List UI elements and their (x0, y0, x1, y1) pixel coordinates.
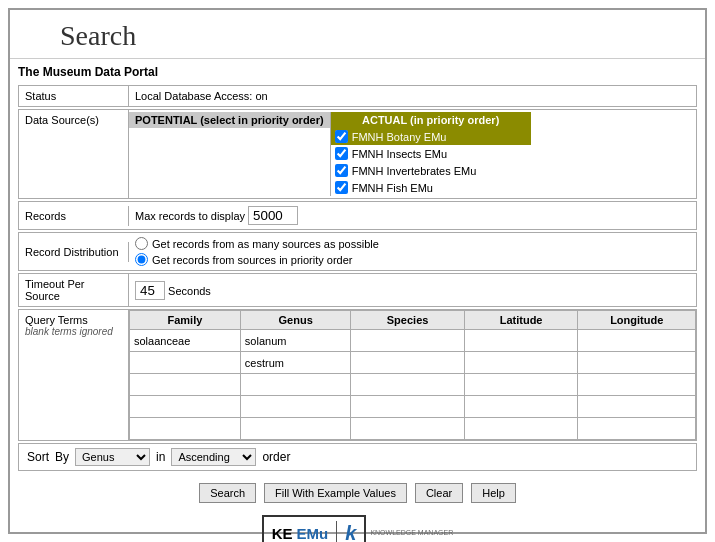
row1-longitude[interactable] (582, 335, 691, 347)
row3-species[interactable] (355, 379, 459, 391)
invertebrates-label: FMNH Invertebrates EMu (352, 165, 477, 177)
sort-field-select[interactable]: Family Genus Species Latitude Longitude (75, 448, 150, 466)
fill-button[interactable]: Fill With Example Values (264, 483, 407, 503)
record-distribution-label: Record Distribution (19, 242, 129, 262)
title-area: Search (10, 10, 705, 59)
row1-latitude[interactable] (469, 335, 574, 347)
datasource-item-insects[interactable]: FMNH Insects EMu (331, 145, 531, 162)
actual-box: ACTUAL (in priority order) FMNH Botany E… (331, 112, 531, 196)
portal-label: The Museum Data Portal (18, 65, 697, 79)
sort-by-label: By (55, 450, 69, 464)
row2-species[interactable] (355, 357, 459, 369)
page-title: Search (60, 20, 685, 52)
sort-in-label: in (156, 450, 165, 464)
sort-order-select[interactable]: Ascending Descending (171, 448, 256, 466)
records-label: Records (19, 206, 129, 226)
records-value: Max records to display (129, 202, 696, 229)
row1-genus[interactable] (245, 335, 347, 347)
footer-logo: KE EMu k KNOWLEDGE MANAGER (18, 515, 697, 542)
records-description: Max records to display (135, 210, 245, 222)
col-longitude: Longitude (578, 311, 696, 330)
actual-header: ACTUAL (in priority order) (331, 112, 531, 128)
row4-latitude[interactable] (469, 401, 574, 413)
datasource-item-botany[interactable]: FMNH Botany EMu (331, 128, 531, 145)
status-row: Status Local Database Access: on (18, 85, 697, 107)
row4-family[interactable] (134, 401, 236, 413)
table-row (130, 330, 696, 352)
col-species: Species (351, 311, 464, 330)
timeout-label: Timeout Per Source (19, 274, 129, 306)
timeout-input[interactable] (135, 281, 165, 300)
row4-genus[interactable] (245, 401, 347, 413)
radio-many-sources[interactable]: Get records from as many sources as poss… (135, 237, 690, 250)
radio-many-label: Get records from as many sources as poss… (152, 238, 379, 250)
logo-emu: EMu (297, 525, 329, 542)
checkbox-invertebrates[interactable] (335, 164, 348, 177)
row3-genus[interactable] (245, 379, 347, 391)
col-latitude: Latitude (464, 311, 578, 330)
clear-button[interactable]: Clear (415, 483, 463, 503)
datasource-item-invertebrates[interactable]: FMNH Invertebrates EMu (331, 162, 531, 179)
search-button[interactable]: Search (199, 483, 256, 503)
status-label: Status (19, 86, 129, 106)
query-terms-section: Query Terms blank terms ignored Family G… (18, 309, 697, 441)
potential-box: POTENTIAL (select in priority order) (129, 112, 331, 196)
table-row (130, 418, 696, 440)
row4-species[interactable] (355, 401, 459, 413)
logo-container: KE EMu k (262, 515, 367, 542)
row2-latitude[interactable] (469, 357, 574, 369)
insects-label: FMNH Insects EMu (352, 148, 447, 160)
row5-longitude[interactable] (582, 423, 691, 435)
fish-label: FMNH Fish EMu (352, 182, 433, 194)
content-area: The Museum Data Portal Status Local Data… (10, 59, 705, 542)
datasource-label: Data Source(s) (19, 110, 129, 198)
col-genus: Genus (240, 311, 351, 330)
table-row (130, 396, 696, 418)
status-value: Local Database Access: on (129, 86, 696, 106)
timeout-value: Seconds (129, 277, 696, 304)
checkbox-fish[interactable] (335, 181, 348, 194)
row4-longitude[interactable] (582, 401, 691, 413)
datasource-item-fish[interactable]: FMNH Fish EMu (331, 179, 531, 196)
sort-label: Sort (27, 450, 49, 464)
query-terms-label: Query Terms (25, 314, 122, 326)
radio-group: Get records from as many sources as poss… (135, 237, 690, 266)
query-terms-label-area: Query Terms blank terms ignored (19, 310, 129, 440)
records-row: Records Max records to display (18, 201, 697, 230)
row5-genus[interactable] (245, 423, 347, 435)
query-terms-sublabel: blank terms ignored (25, 326, 122, 338)
records-input[interactable] (248, 206, 298, 225)
datasource-value: POTENTIAL (select in priority order) ACT… (129, 110, 696, 198)
logo-ke: KE (272, 525, 293, 542)
radio-many[interactable] (135, 237, 148, 250)
row2-family[interactable] (134, 357, 236, 369)
button-row: Search Fill With Example Values Clear He… (18, 475, 697, 511)
row3-family[interactable] (134, 379, 236, 391)
row3-longitude[interactable] (582, 379, 691, 391)
row5-species[interactable] (355, 423, 459, 435)
radio-priority-label: Get records from sources in priority ord… (152, 254, 353, 266)
logo-divider (336, 521, 337, 542)
sort-order-label: order (262, 450, 290, 464)
checkbox-insects[interactable] (335, 147, 348, 160)
record-distribution-row: Record Distribution Get records from as … (18, 232, 697, 271)
row1-family[interactable] (134, 335, 236, 347)
timeout-row: Timeout Per Source Seconds (18, 273, 697, 307)
col-family: Family (130, 311, 241, 330)
row2-longitude[interactable] (582, 357, 691, 369)
row1-species[interactable] (355, 335, 459, 347)
record-distribution-value: Get records from as many sources as poss… (129, 233, 696, 270)
table-row (130, 374, 696, 396)
row2-genus[interactable] (245, 357, 347, 369)
radio-priority-input[interactable] (135, 253, 148, 266)
row3-latitude[interactable] (469, 379, 574, 391)
datasource-tables: POTENTIAL (select in priority order) ACT… (129, 112, 696, 196)
help-button[interactable]: Help (471, 483, 516, 503)
checkbox-botany[interactable] (335, 130, 348, 143)
logo-subtext: KNOWLEDGE MANAGER (370, 528, 453, 537)
row5-family[interactable] (134, 423, 236, 435)
radio-priority[interactable]: Get records from sources in priority ord… (135, 253, 690, 266)
row5-latitude[interactable] (469, 423, 574, 435)
query-table-area: Family Genus Species Latitude Longitude (129, 310, 696, 440)
potential-header: POTENTIAL (select in priority order) (129, 112, 330, 128)
